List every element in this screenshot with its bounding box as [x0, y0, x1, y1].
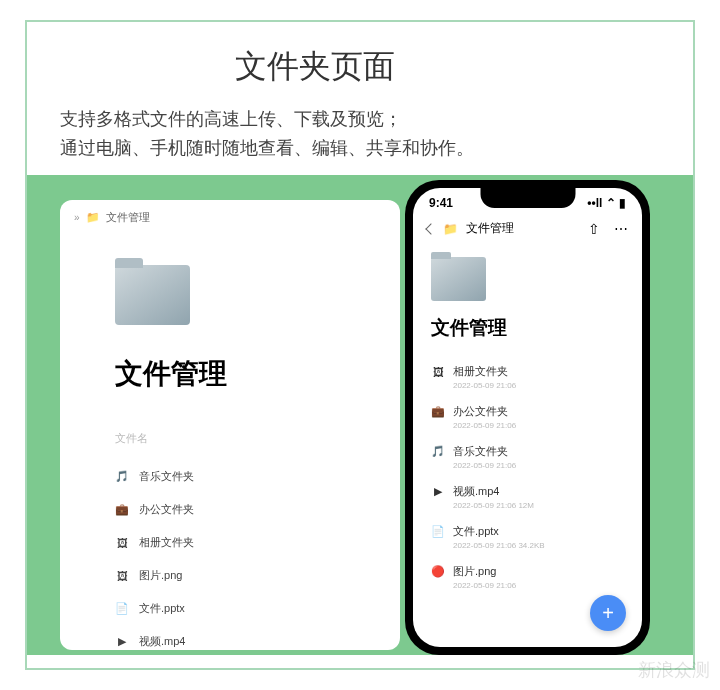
- item-name: 音乐文件夹: [139, 469, 194, 484]
- list-item[interactable]: 💼办公文件夹: [115, 493, 400, 526]
- list-item[interactable]: 🎵音乐文件夹: [115, 460, 400, 493]
- item-meta: 2022-05-09 21:06: [453, 421, 642, 430]
- column-header: 文件名: [115, 431, 400, 446]
- briefcase-icon: 💼: [115, 503, 129, 517]
- desktop-window: » 📁 文件管理 文件管理 文件名 🎵音乐文件夹 💼办公文件夹 🖼相册文件夹 🖼…: [60, 200, 400, 650]
- back-icon[interactable]: [425, 223, 436, 234]
- music-icon: 🎵: [115, 470, 129, 484]
- list-item[interactable]: 🖼图片.png: [115, 559, 400, 592]
- image-icon: 🖼: [115, 536, 129, 550]
- phone-file-list: 🖼相册文件夹2022-05-09 21:06 💼办公文件夹2022-05-09 …: [431, 357, 642, 597]
- desktop-file-list: 🎵音乐文件夹 💼办公文件夹 🖼相册文件夹 🖼图片.png 📄文件.pptx ▶视…: [115, 460, 400, 650]
- folder-icon: 📁: [86, 211, 100, 224]
- item-meta: 2022-05-09 21:06: [453, 581, 642, 590]
- item-meta: 2022-05-09 21:06 12M: [453, 501, 642, 510]
- share-icon[interactable]: ⇧: [588, 221, 600, 237]
- breadcrumb-label: 文件管理: [106, 210, 150, 225]
- phone-notch: [480, 188, 575, 208]
- desktop-breadcrumb[interactable]: » 📁 文件管理: [60, 200, 400, 235]
- video-icon: ▶: [431, 485, 445, 499]
- list-item[interactable]: 💼办公文件夹2022-05-09 21:06: [431, 397, 642, 437]
- item-meta: 2022-05-09 21:06: [453, 381, 642, 390]
- item-meta: 2022-05-09 21:06: [453, 461, 642, 470]
- music-icon: 🎵: [431, 445, 445, 459]
- phone-frame: 9:41 ••ll ⌃ ▮ 📁 文件管理 ⇧ ⋯ 文件管理 🖼相册文件夹2022…: [405, 180, 650, 655]
- image-icon: 🖼: [115, 569, 129, 583]
- item-name: 文件.pptx: [139, 601, 185, 616]
- desc-line-1: 支持多格式文件的高速上传、下载及预览；: [60, 105, 474, 134]
- file-icon: 📄: [115, 602, 129, 616]
- item-name: 相册文件夹: [453, 364, 508, 379]
- item-name: 图片.png: [453, 564, 496, 579]
- list-item[interactable]: 🎵音乐文件夹2022-05-09 21:06: [431, 437, 642, 477]
- list-item[interactable]: 📄文件.pptx: [115, 592, 400, 625]
- list-item[interactable]: 📄文件.pptx2022-05-09 21:06 34.2KB: [431, 517, 642, 557]
- chevron-icon: »: [74, 212, 80, 223]
- page-description: 支持多格式文件的高速上传、下载及预览； 通过电脑、手机随时随地查看、编辑、共享和…: [60, 105, 474, 163]
- item-name: 办公文件夹: [139, 502, 194, 517]
- image-icon: 🔴: [431, 565, 445, 579]
- file-icon: 📄: [431, 525, 445, 539]
- item-name: 办公文件夹: [453, 404, 508, 419]
- folder-icon: 📁: [443, 222, 458, 236]
- item-name: 视频.mp4: [139, 634, 185, 649]
- list-item[interactable]: ▶视频.mp42022-05-09 21:06 12M: [431, 477, 642, 517]
- page-title: 文件夹页面: [235, 45, 395, 89]
- desktop-heading: 文件管理: [115, 355, 400, 393]
- phone-screen: 9:41 ••ll ⌃ ▮ 📁 文件管理 ⇧ ⋯ 文件管理 🖼相册文件夹2022…: [413, 188, 642, 647]
- breadcrumb-label: 文件管理: [466, 220, 514, 237]
- desc-line-2: 通过电脑、手机随时随地查看、编辑、共享和协作。: [60, 134, 474, 163]
- item-meta: 2022-05-09 21:06 34.2KB: [453, 541, 642, 550]
- item-name: 视频.mp4: [453, 484, 499, 499]
- watermark: 新浪众测: [638, 658, 710, 682]
- list-item[interactable]: ▶视频.mp4: [115, 625, 400, 650]
- list-item[interactable]: 🖼相册文件夹: [115, 526, 400, 559]
- item-name: 相册文件夹: [139, 535, 194, 550]
- add-button[interactable]: +: [590, 595, 626, 631]
- item-name: 音乐文件夹: [453, 444, 508, 459]
- phone-header: 📁 文件管理 ⇧ ⋯: [413, 214, 642, 243]
- list-item[interactable]: 🔴图片.png2022-05-09 21:06: [431, 557, 642, 597]
- status-time: 9:41: [429, 196, 453, 210]
- folder-large-icon: [115, 265, 190, 325]
- briefcase-icon: 💼: [431, 405, 445, 419]
- folder-small-icon: [431, 257, 486, 301]
- item-name: 图片.png: [139, 568, 182, 583]
- image-icon: 🖼: [431, 365, 445, 379]
- item-name: 文件.pptx: [453, 524, 499, 539]
- list-item[interactable]: 🖼相册文件夹2022-05-09 21:06: [431, 357, 642, 397]
- more-icon[interactable]: ⋯: [614, 221, 628, 237]
- phone-heading: 文件管理: [431, 315, 642, 341]
- status-signal: ••ll ⌃ ▮: [587, 196, 626, 210]
- video-icon: ▶: [115, 635, 129, 649]
